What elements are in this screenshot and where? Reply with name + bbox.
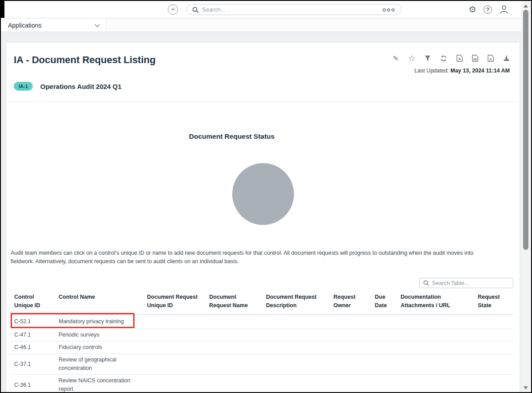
scroll-down-icon[interactable] bbox=[524, 386, 528, 389]
column-header[interactable]: Document Request Unique ID bbox=[143, 290, 206, 315]
table-cell bbox=[143, 375, 206, 393]
table-cell bbox=[143, 354, 206, 375]
table-cell bbox=[330, 315, 371, 329]
table-row[interactable]: C-36.1Review NAICS concentration report bbox=[11, 375, 513, 393]
table-header-row: Control Unique IDControl NameDocument Re… bbox=[11, 290, 513, 315]
table-cell bbox=[397, 375, 474, 393]
column-header[interactable]: Control Name bbox=[55, 290, 143, 315]
column-header[interactable]: Request State bbox=[474, 290, 513, 315]
svg-text:W: W bbox=[473, 57, 477, 61]
export-word-icon[interactable]: W bbox=[472, 55, 478, 62]
audit-id-badge[interactable]: IA-1 bbox=[14, 82, 33, 91]
table-cell[interactable]: Review NAICS concentration report bbox=[55, 375, 143, 393]
scroll-up-icon[interactable] bbox=[524, 4, 528, 8]
download-icon[interactable] bbox=[503, 55, 510, 62]
table-cell[interactable]: C-47.1 bbox=[11, 329, 55, 341]
table-cell bbox=[262, 341, 330, 354]
add-icon[interactable]: + bbox=[168, 4, 178, 15]
table-cell bbox=[206, 354, 262, 375]
column-header[interactable]: Request Owner bbox=[330, 290, 371, 315]
table-row[interactable]: C-37.1Review of geographical concentrati… bbox=[11, 354, 513, 375]
table-cell bbox=[397, 354, 474, 375]
document-request-table: Control Unique IDControl NameDocument Re… bbox=[11, 290, 513, 393]
table-cell bbox=[474, 329, 513, 341]
last-updated-label: Last Updated: bbox=[414, 68, 449, 74]
column-header[interactable]: Control Unique ID bbox=[11, 290, 55, 315]
table-cell bbox=[474, 341, 513, 354]
table-cell bbox=[371, 329, 397, 341]
table-cell[interactable]: Review of geographical concentration bbox=[55, 354, 143, 375]
search-input[interactable] bbox=[202, 6, 382, 13]
table-cell bbox=[474, 375, 513, 393]
table-cell[interactable]: C-52.1 bbox=[11, 315, 55, 329]
report-toolbar: ✎ ☆ A W X bbox=[393, 53, 510, 63]
app-window: + ooo ⚙ ? Applications IA - Document Req… bbox=[0, 0, 532, 393]
table-cell bbox=[262, 354, 330, 375]
settings-gear-icon[interactable]: ⚙ bbox=[468, 4, 476, 15]
vertical-scrollbar[interactable] bbox=[521, 2, 530, 392]
global-search[interactable]: ooo bbox=[187, 4, 401, 15]
section-divider bbox=[6, 101, 520, 102]
column-header[interactable]: Documentation Attachments / URL bbox=[397, 290, 474, 315]
svg-text:X: X bbox=[489, 57, 492, 61]
table-cell bbox=[262, 315, 330, 329]
column-header[interactable]: Due Date bbox=[371, 290, 397, 315]
table-cell bbox=[143, 315, 206, 329]
report-card: IA - Document Request Listing ✎ ☆ A W X bbox=[6, 43, 520, 393]
favorite-star-icon[interactable]: ☆ bbox=[408, 53, 415, 63]
table-row[interactable]: C-47.1Periodic surveys bbox=[11, 329, 513, 341]
svg-text:A: A bbox=[458, 57, 461, 61]
pie-chart[interactable] bbox=[232, 163, 294, 225]
table-cell bbox=[330, 375, 371, 393]
table-row[interactable]: C-46.1Fiduciary controls bbox=[11, 341, 513, 354]
search-icon bbox=[192, 7, 199, 13]
page-title: IA - Document Request Listing bbox=[14, 54, 155, 66]
table-cell bbox=[262, 329, 330, 341]
table-cell bbox=[330, 329, 371, 341]
table-search-input[interactable] bbox=[432, 280, 509, 286]
table-search-icon bbox=[423, 280, 429, 286]
window-corner bbox=[1, 1, 4, 18]
audit-name[interactable]: Operations Audit 2024 Q1 bbox=[40, 83, 122, 90]
table-cell[interactable]: C-36.1 bbox=[11, 375, 55, 393]
table-cell bbox=[330, 341, 371, 354]
applications-dropdown[interactable]: Applications bbox=[1, 19, 107, 32]
table-cell bbox=[371, 375, 397, 393]
table-cell[interactable]: Mandatory privacy training bbox=[55, 315, 143, 329]
help-icon[interactable]: ? bbox=[484, 5, 492, 14]
table-cell bbox=[206, 375, 262, 393]
audit-header: IA-1 Operations Audit 2024 Q1 bbox=[14, 82, 122, 91]
table-cell bbox=[474, 315, 513, 329]
applications-bar-spacer bbox=[107, 19, 521, 32]
chart-title: Document Request Status bbox=[6, 132, 457, 140]
table-cell[interactable]: C-37.1 bbox=[11, 354, 55, 375]
last-updated-value: May 13, 2024 11:14 AM bbox=[450, 68, 510, 74]
table-cell bbox=[330, 354, 371, 375]
export-excel-icon[interactable]: X bbox=[488, 55, 494, 62]
column-header[interactable]: Document Request Description bbox=[262, 290, 330, 315]
top-bar: + ooo ⚙ ? bbox=[1, 1, 521, 18]
table-cell[interactable]: Periodic surveys bbox=[55, 329, 143, 341]
table-cell bbox=[262, 375, 330, 393]
applications-bar: Applications bbox=[1, 19, 521, 32]
table-cell bbox=[474, 354, 513, 375]
table-cell[interactable]: Fiduciary controls bbox=[55, 341, 143, 354]
refresh-icon[interactable] bbox=[440, 55, 447, 62]
table-search[interactable] bbox=[419, 278, 513, 288]
table-cell bbox=[206, 341, 262, 354]
table-cell bbox=[371, 341, 397, 354]
scrollbar-thumb[interactable] bbox=[523, 10, 528, 250]
table-cell bbox=[397, 341, 474, 354]
table-row[interactable]: C-52.1Mandatory privacy training bbox=[11, 315, 513, 329]
table-cell bbox=[143, 329, 206, 341]
table-cell bbox=[143, 341, 206, 354]
edit-icon[interactable]: ✎ bbox=[393, 54, 398, 63]
table-cell bbox=[397, 329, 474, 341]
column-header[interactable]: Document Request Name bbox=[206, 290, 262, 315]
search-options-icon[interactable]: ooo bbox=[382, 8, 396, 12]
filter-icon[interactable] bbox=[425, 55, 431, 61]
user-profile-icon[interactable] bbox=[499, 4, 509, 14]
table-cell[interactable]: C-46.1 bbox=[11, 341, 55, 354]
export-pdf-icon[interactable]: A bbox=[457, 55, 463, 62]
last-updated: Last Updated: May 13, 2024 11:14 AM bbox=[414, 68, 510, 74]
